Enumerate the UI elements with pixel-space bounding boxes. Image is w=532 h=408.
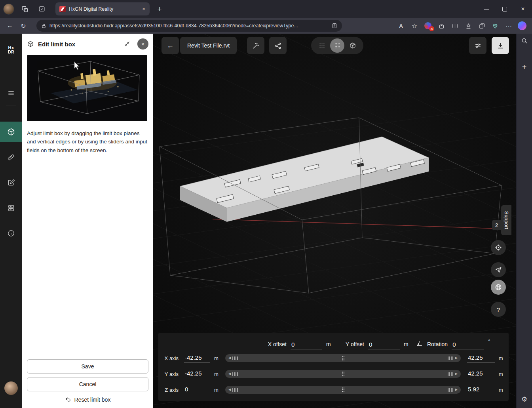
settings-more-icon[interactable]: ⋯	[502, 19, 515, 32]
locate-button[interactable]	[491, 240, 506, 255]
x-axis-label: X axis	[160, 355, 179, 361]
mesh-toggle[interactable]	[346, 38, 360, 53]
x-axis-min-input[interactable]	[184, 354, 210, 362]
x-axis-max-input[interactable]	[467, 354, 495, 362]
info-icon	[7, 229, 15, 237]
reset-limit-box-button[interactable]: Reset limit box	[63, 396, 113, 403]
split-screen-icon[interactable]	[448, 19, 462, 32]
share-button[interactable]	[269, 37, 287, 54]
slider-center-handle[interactable]	[342, 356, 344, 360]
browser-profile-avatar[interactable]	[3, 4, 14, 15]
new-tab-button[interactable]: +	[154, 4, 165, 14]
rotation-unit: °	[488, 337, 490, 344]
navigate-button[interactable]	[491, 262, 506, 277]
workspaces-icon[interactable]	[19, 3, 31, 15]
window-maximize-button[interactable]	[496, 0, 514, 18]
download-button[interactable]	[492, 37, 509, 54]
refresh-button[interactable]: ↻	[17, 19, 30, 32]
viewport-back-button[interactable]: ←	[162, 37, 179, 54]
sidebar-item-versions[interactable]	[3, 200, 19, 216]
slider-left-arrow-icon: ◀	[228, 357, 231, 360]
slider-center-handle[interactable]	[342, 388, 344, 392]
z-axis-row: Z axis m ◀ ▶ m	[158, 382, 509, 398]
window-minimize-button[interactable]: —	[477, 0, 496, 18]
user-avatar[interactable]	[4, 381, 18, 395]
sidebar-item-info[interactable]	[3, 225, 19, 241]
sidebar-item-limit-box-active[interactable]	[0, 122, 22, 142]
url-text[interactable]: https://realitycloudstudio.hxdr.app/asse…	[49, 23, 329, 29]
window-close-button[interactable]: ×	[514, 0, 532, 18]
magic-wand-button[interactable]	[247, 37, 264, 54]
sidebar-item-annotate[interactable]	[3, 175, 19, 191]
sidebar-settings-gear-icon[interactable]: ⚙	[519, 394, 530, 405]
copilot-icon[interactable]	[515, 19, 529, 32]
tab-close-icon[interactable]: ×	[140, 6, 147, 13]
browser-tab[interactable]: HxGN Digital Reality ×	[55, 2, 150, 15]
z-axis-slider[interactable]: ◀ ▶	[225, 386, 461, 394]
mesh-cube-icon	[349, 42, 356, 49]
support-tab[interactable]: Support	[501, 205, 511, 235]
y-axis-row: Y axis m ◀ ▶ m	[158, 366, 509, 382]
z-axis-min-input[interactable]	[184, 386, 210, 394]
back-button[interactable]: ←	[3, 19, 17, 32]
tab-actions-icon[interactable]	[36, 3, 48, 15]
read-aloud-icon[interactable]: A	[394, 19, 408, 32]
slider-ticks	[448, 388, 454, 392]
favorite-star-icon[interactable]: ☆	[408, 19, 421, 32]
cancel-button[interactable]: Cancel	[27, 377, 148, 391]
limit-box-controls-bar: X offset m Y offset m Rotation ° X axis …	[158, 333, 509, 401]
slider-right-handle[interactable]: ▶	[448, 388, 458, 392]
layers-stack-icon	[7, 204, 15, 212]
extensions-puzzle-icon[interactable]	[435, 19, 448, 32]
page-tools-icon[interactable]	[332, 23, 337, 29]
y-axis-slider[interactable]: ◀ ▶	[225, 370, 461, 378]
rotation-label: Rotation	[427, 341, 448, 349]
edit-pencil-icon	[7, 179, 15, 187]
extension-with-badge-icon[interactable]: 3	[421, 19, 435, 32]
collapse-panel-icon[interactable]	[124, 41, 130, 47]
2d-view-badge[interactable]: 2	[492, 220, 501, 230]
sidebar-add-icon[interactable]: +	[519, 61, 530, 72]
menu-hamburger-icon[interactable]	[3, 85, 19, 101]
globe-view-button[interactable]	[491, 280, 506, 295]
sidebar-item-measure[interactable]	[3, 149, 19, 165]
slider-left-handle[interactable]: ◀	[228, 357, 238, 360]
rotation-input[interactable]	[452, 341, 484, 349]
collections-icon[interactable]	[475, 19, 488, 32]
slider-right-handle[interactable]: ▶	[448, 372, 458, 376]
point-cloud-sparse-toggle[interactable]	[315, 38, 329, 53]
panel-title: Edit limit box	[38, 41, 120, 48]
asset-name-chip[interactable]: Revit Test File.rvt	[180, 37, 237, 54]
help-button[interactable]: ?	[491, 302, 506, 317]
y-axis-min-input[interactable]	[184, 370, 210, 378]
z-axis-max-unit: m	[499, 387, 507, 393]
share-icon	[274, 42, 282, 50]
edit-limit-box-panel: Edit limit box ×	[22, 34, 153, 408]
3d-viewport[interactable]: ← Revit Test File.rvt 2 Support ? X	[153, 34, 516, 408]
x-offset-input[interactable]	[291, 341, 322, 349]
browser-essentials-icon[interactable]	[488, 19, 502, 32]
x-offset-unit: m	[326, 341, 331, 349]
slider-right-arrow-icon: ▶	[455, 372, 458, 376]
save-button[interactable]: Save	[27, 359, 148, 374]
close-panel-button[interactable]: ×	[137, 38, 148, 50]
slider-left-handle[interactable]: ◀	[228, 388, 238, 392]
z-axis-label: Z axis	[160, 387, 179, 393]
y-axis-max-input[interactable]	[467, 370, 495, 378]
mouse-cursor	[74, 61, 80, 70]
y-offset-input[interactable]	[368, 341, 400, 349]
slider-center-handle[interactable]	[342, 372, 344, 376]
address-bar[interactable]: https://realitycloudstudio.hxdr.app/asse…	[36, 20, 342, 32]
panel-footer: Save Cancel Reset limit box	[22, 352, 153, 408]
copilot-logo	[518, 21, 526, 30]
reset-label: Reset limit box	[74, 397, 111, 403]
point-cloud-dense-toggle[interactable]	[330, 38, 344, 53]
view-settings-button[interactable]	[469, 37, 486, 54]
z-axis-max-input[interactable]	[467, 386, 495, 394]
sidebar-search-icon[interactable]	[519, 35, 530, 46]
slider-left-arrow-icon: ◀	[228, 372, 231, 376]
x-axis-slider[interactable]: ◀ ▶	[225, 354, 461, 362]
slider-left-handle[interactable]: ◀	[228, 372, 238, 376]
favorites-bar-icon[interactable]	[462, 19, 475, 32]
slider-right-handle[interactable]: ▶	[448, 357, 458, 360]
